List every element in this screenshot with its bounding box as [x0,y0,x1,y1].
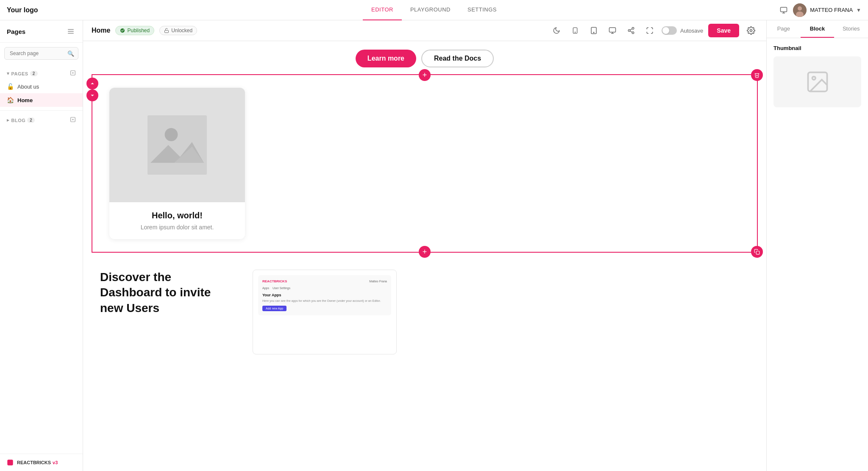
nav-tab-editor[interactable]: EDITOR [363,0,402,20]
block-move-up-button[interactable] [86,78,98,89]
sidebar-title: Pages [7,28,25,35]
block-add-bottom-button[interactable]: + [419,246,431,258]
svg-point-17 [628,30,630,32]
preview-nav: Apps User Settings [262,287,387,290]
published-badge: Published [115,26,154,35]
svg-point-14 [593,32,594,33]
pages-section-header[interactable]: ▾ PAGES 2 [0,67,83,80]
user-info[interactable]: MATTEO FRANA ▼ [793,3,861,17]
preview-logo: REACTBRICKS [262,279,287,283]
home-icon: 🏠 [7,97,14,103]
autosave-toggle: Autosave [662,26,703,35]
svg-point-21 [750,30,752,32]
svg-line-20 [630,29,632,30]
sidebar-item-about[interactable]: 🔓 About us [0,80,83,93]
preview-add-btn: Add new App [262,306,287,311]
read-docs-button[interactable]: Read the Docs [421,50,494,67]
main-layout: Pages 🔍 ▾ PAGES 2 🔓 About [0,20,868,471]
pages-add-icon[interactable] [70,70,76,77]
svg-point-2 [798,6,802,11]
user-name: MATTEO FRANA [810,7,853,13]
svg-rect-15 [609,28,616,32]
footer-brand: REACTBRICKS v3 [17,460,58,465]
block-delete-button[interactable] [751,69,763,81]
about-lock-icon: 🔓 [7,83,14,90]
preview-app: REACTBRICKS Matteo Frana Apps User Setti… [258,275,391,315]
editor-area: Home Published Unlocked [83,20,766,471]
mobile-icon[interactable] [568,24,582,37]
blog-section-header[interactable]: ▸ BLOG 2 [0,114,83,126]
svg-point-24 [165,128,178,141]
avatar [793,3,807,17]
card-image [109,88,245,202]
block-move-down-button[interactable] [86,89,98,101]
app-logo: Your logo [7,6,38,14]
sidebar-header: Pages [0,20,83,43]
blog-label: ▸ BLOG 2 [7,117,35,123]
tab-block[interactable]: Block [801,20,835,38]
nav-right: MATTEO FRANA ▼ [779,3,861,17]
unlocked-badge: Unlocked [159,26,197,35]
top-nav: Your logo EDITOR PLAYGROUND SETTINGS MAT… [0,0,868,20]
tab-page[interactable]: Page [767,20,801,38]
svg-point-12 [575,32,575,32]
card-body: Hello, world! Lorem ipsum dolor sit amet… [109,202,245,239]
browser-icon[interactable] [779,6,788,14]
preview-section-title: Your Apps [262,293,387,297]
desktop-icon[interactable] [606,24,619,37]
svg-rect-23 [147,115,207,175]
sidebar-menu-icon[interactable] [66,26,76,36]
nav-tab-settings[interactable]: SETTINGS [459,0,505,20]
card-description: Lorem ipsum dolor sit amet. [118,224,236,231]
toggle-knob [662,27,669,34]
selected-block: + [92,74,758,253]
page-header: Home Published Unlocked [83,20,766,41]
sidebar-item-home[interactable]: 🏠 Home [0,93,83,107]
thumbnail-box [773,56,861,107]
svg-rect-9 [7,460,13,465]
tab-stories[interactable]: Stories [834,20,868,38]
below-text: Discover the Dashboard to invite new Use… [100,270,236,316]
svg-point-18 [632,32,634,34]
fullscreen-icon[interactable] [643,24,657,37]
page-settings-gear-icon[interactable] [744,24,758,37]
autosave-switch[interactable] [662,26,677,35]
sidebar: Pages 🔍 ▾ PAGES 2 🔓 About [0,20,83,471]
canvas-wrapper[interactable]: Learn more Read the Docs + [83,41,766,471]
share-icon[interactable] [624,24,638,37]
svg-rect-22 [756,251,760,254]
preview-nav-apps: Apps [262,287,269,290]
user-chevron-icon[interactable]: ▼ [856,7,861,13]
tablet-icon[interactable] [587,24,601,37]
pages-section: ▾ PAGES 2 🔓 About us 🏠 Home [0,64,83,110]
save-button[interactable]: Save [708,24,739,37]
block-thumbnail-label: Thumbnail [773,45,861,51]
nav-tabs: EDITOR PLAYGROUND SETTINGS [363,0,505,20]
svg-rect-10 [165,31,169,33]
preview-user: Matteo Frana [369,280,387,283]
right-panel-content: Thumbnail [767,38,868,114]
header-tools: Autosave Save [550,24,758,37]
svg-point-26 [812,77,815,80]
right-panel: Page Block Stories Thumbnail [766,20,868,471]
svg-line-19 [630,31,632,32]
svg-rect-0 [781,7,787,12]
block-copy-button[interactable] [751,246,763,258]
blog-section: ▸ BLOG 2 [0,110,83,130]
preview-section-desc: Here you can see the apps for which you … [262,299,387,303]
svg-point-16 [632,28,634,30]
search-icon: 🔍 [67,50,74,57]
card-title: Hello, world! [118,211,236,220]
nav-tab-playground[interactable]: PLAYGROUND [402,0,459,20]
below-section-title: Discover the Dashboard to invite new Use… [100,270,236,316]
below-content: Discover the Dashboard to invite new Use… [83,253,766,371]
below-row: Discover the Dashboard to invite new Use… [100,270,749,354]
preview-nav-settings: User Settings [273,287,290,290]
dark-mode-icon[interactable] [550,24,563,37]
block-add-top-button[interactable]: + [419,69,431,81]
page-name: Home [92,27,110,34]
learn-more-button[interactable]: Learn more [356,50,416,67]
canvas: Learn more Read the Docs + [83,41,766,471]
below-preview: REACTBRICKS Matteo Frana Apps User Setti… [253,270,397,354]
blog-add-icon[interactable] [70,117,76,124]
